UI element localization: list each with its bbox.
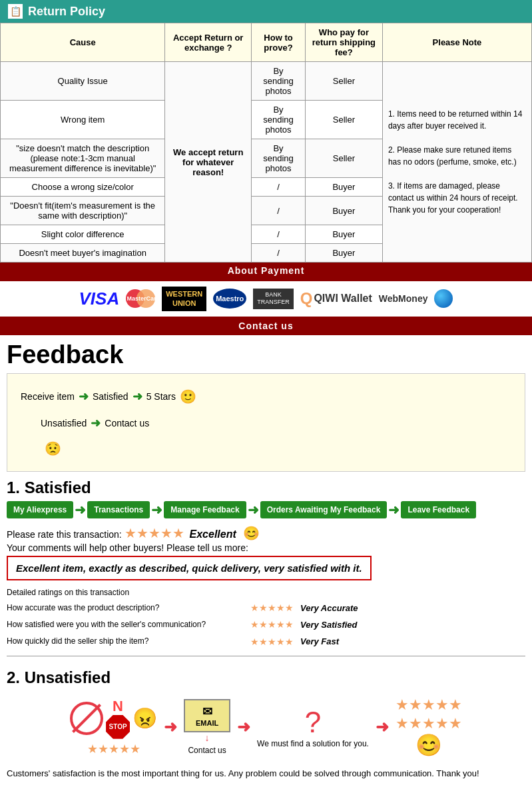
- arrow-icon: ➜: [91, 411, 101, 435]
- rating-stars-0: ★★★★★: [250, 600, 294, 616]
- flow-arrow: ➜: [388, 502, 399, 518]
- receive-item-label: Receive item: [21, 387, 75, 406]
- cause-cell: "Doesn't fit(item's measurement is the s…: [1, 197, 165, 225]
- contact-us-label: Contact us: [188, 746, 226, 755]
- contact-us-flow-label: Contact us: [105, 414, 149, 432]
- sad-emoji: 😟: [45, 441, 61, 456]
- excellent-label: Excellent: [190, 528, 236, 540]
- how-cell: By sending photos: [252, 101, 306, 139]
- unsatisfied-label: Unsatisfied: [41, 414, 87, 432]
- unsatisfied-flow: N STOP 😠 ★★★★★ ➜ ✉ EMAIL ↓ Contact us ➜: [7, 696, 525, 758]
- col-how: How to prove?: [252, 23, 306, 62]
- gold-stars: ★★★★★: [396, 696, 462, 714]
- unsat-step-result: ★★★★★ ★★★★★ 😊: [396, 696, 462, 758]
- feedback-flow: Receive item ➜ Satisfied ➜ 5 Stars 🙂 Uns…: [21, 383, 511, 462]
- angry-emoji: 😠: [133, 706, 157, 730]
- qiwi-logo: Q QIWI Wallet: [300, 289, 372, 308]
- mastercard-logo: MasterCard: [126, 289, 155, 308]
- rating-row: How quickly did the seller ship the item…: [7, 634, 525, 650]
- unsat-step-no: N STOP 😠 ★★★★★: [70, 698, 157, 756]
- contact-us-bar: Contact us: [0, 317, 532, 335]
- feedback-section: Feedback Receive item ➜ Satisfied ➜ 5 St…: [0, 335, 532, 786]
- webmoney-logo: WebMoney: [379, 293, 428, 304]
- rating-row: How accurate was the product description…: [7, 600, 525, 616]
- who-cell: Seller: [305, 139, 382, 178]
- maestro-logo: Maestro: [213, 289, 246, 309]
- cause-cell: Choose a wrong size/color: [1, 178, 165, 197]
- payment-logos: VISA MasterCard WESTERNUNION Maestro BAN…: [0, 281, 532, 317]
- comments-line: Your comments will help other buyers! Pl…: [7, 542, 525, 553]
- table-row: Quality Issue We accept return for whate…: [1, 62, 532, 101]
- unsatisfied-section: 2. Unsatisfied N STOP 😠 ★★★★★ ➜: [7, 656, 525, 781]
- bank-transfer-logo: BANKTRANSFER: [253, 289, 294, 309]
- flow-arrow: ➜: [248, 502, 259, 518]
- rating-text-0: Very Accurate: [300, 600, 358, 616]
- example-comment-box: Excellent item, exactly as described, qu…: [7, 556, 372, 580]
- visa-logo: VISA: [79, 289, 120, 309]
- rate-text: Please rate this transaction:: [7, 529, 122, 540]
- step-manage-feedback: Manage Feedback: [164, 501, 246, 518]
- contact-us-title: Contact us: [238, 321, 293, 331]
- return-policy-title: Return Policy: [28, 5, 105, 19]
- satisfaction-text: Customers' satisfaction is the most impo…: [7, 767, 525, 781]
- smile-emoji: 🙂: [180, 383, 196, 410]
- feedback-title: Feedback: [7, 341, 525, 369]
- who-cell: Seller: [305, 62, 382, 101]
- how-cell: By sending photos: [252, 62, 306, 101]
- happy-emoji: 😊: [243, 526, 260, 540]
- gold-stars-row2: ★★★★★: [396, 715, 462, 732]
- unsat-step-email: ✉ EMAIL ↓ Contact us: [184, 699, 230, 755]
- comments-text: Your comments will help other buyers! Pl…: [7, 542, 248, 553]
- satisfied-label: Satisfied: [93, 387, 129, 406]
- rating-text-1: Very Satisfied: [300, 617, 358, 632]
- about-payment-title: About Payment: [0, 265, 532, 276]
- smile-big-emoji: 😊: [415, 732, 442, 758]
- detailed-ratings: Detailed ratings on this transaction How…: [7, 586, 525, 650]
- step-my-aliexpress: My Aliexpress: [7, 501, 73, 518]
- rating-text-2: Very Fast: [300, 634, 339, 649]
- step-transactions: Transactions: [87, 501, 150, 518]
- flow-arrow: ➜: [75, 502, 86, 518]
- detailed-ratings-title: Detailed ratings on this transaction: [7, 586, 525, 600]
- red-arrow-icon: ➜: [237, 718, 250, 736]
- who-cell: Buyer: [305, 197, 382, 225]
- rate-line: Please rate this transaction: ★★★★★ Exce…: [7, 525, 525, 541]
- who-cell: Buyer: [305, 225, 382, 244]
- notes-cell: 1. Items need to be returned within 14 d…: [382, 62, 531, 263]
- western-union-logo: WESTERNUNION: [162, 287, 206, 311]
- example-comment-text: Excellent item, exactly as described, qu…: [16, 562, 362, 574]
- col-cause: Cause: [1, 23, 165, 62]
- accept-cell: We accept return for whatever reason!: [165, 62, 252, 263]
- arrow-icon: ➜: [79, 385, 89, 408]
- cause-cell: Quality Issue: [1, 62, 165, 101]
- cause-cell: Slight color difference: [1, 225, 165, 244]
- how-cell: /: [252, 197, 306, 225]
- who-cell: Seller: [305, 101, 382, 139]
- rating-stars-2: ★★★★★: [250, 634, 294, 650]
- how-cell: /: [252, 244, 306, 263]
- step-leave-feedback: Leave Feedback: [401, 501, 476, 518]
- how-cell: /: [252, 225, 306, 244]
- unsat-step-question: ? We must find a solution for you.: [257, 706, 369, 748]
- return-policy-header: 📋 Return Policy: [0, 0, 532, 23]
- rating-row: How satisfied were you with the seller's…: [7, 616, 525, 633]
- unsatisfied-section-header: 2. Unsatisfied: [7, 668, 525, 687]
- payment-section: About Payment: [0, 263, 532, 281]
- satisfied-flow-steps: My Aliexpress ➜ Transactions ➜ Manage Fe…: [7, 501, 525, 518]
- arrow-icon: ➜: [133, 385, 142, 408]
- red-arrow-icon: ➜: [376, 718, 389, 736]
- feedback-flow-box: Receive item ➜ Satisfied ➜ 5 Stars 🙂 Uns…: [7, 373, 525, 472]
- rating-stars: ★★★★★: [125, 526, 184, 540]
- col-notes: Please Note: [382, 23, 531, 62]
- satisfied-section-header: 1. Satisfied: [7, 478, 525, 497]
- cause-cell: Doesn't meet buyer's imagination: [1, 244, 165, 263]
- who-cell: Buyer: [305, 244, 382, 263]
- cause-cell: Wrong item: [1, 101, 165, 139]
- rating-question-2: How quickly did the seller ship the item…: [7, 634, 246, 649]
- col-who: Who pay for return shipping fee?: [305, 23, 382, 62]
- how-cell: By sending photos: [252, 139, 306, 178]
- policy-table: Cause Accept Return or exchange ? How to…: [0, 23, 532, 263]
- col-accept: Accept Return or exchange ?: [165, 23, 252, 62]
- stars-label: 5 Stars: [146, 387, 176, 406]
- webmoney-globe-icon: [434, 289, 453, 308]
